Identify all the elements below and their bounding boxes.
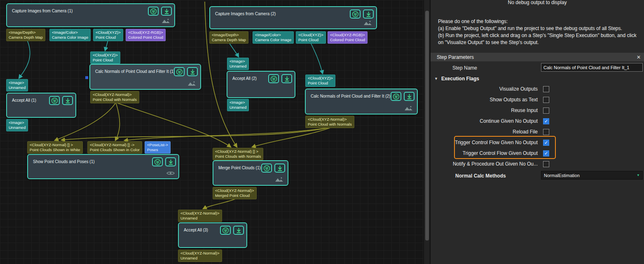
node-merge-point-clouds-1[interactable]: Merge Point Clouds (1) [213,160,288,186]
port[interactable]: <Cloud(XYZ-Normal)>Merged Point Cloud [213,187,257,199]
image-icon [363,20,372,27]
port-label: Camera Depth Map [9,35,43,40]
flag-checkbox[interactable]: ✓ [543,140,549,146]
port[interactable]: <PoseList->Poses [145,141,171,154]
port[interactable]: <Image/Depth>Camera Depth Map [6,29,45,41]
port-type: <Cloud(XYZ)> [308,76,333,81]
port[interactable]: <Cloud(XYZ-Normal)>Unnamed [178,210,222,222]
flag-checkbox[interactable]: ✓ [543,150,549,157]
port[interactable]: <Cloud(XYZ-Normal) [] >Point Clouds Show… [27,141,83,154]
flag-row: Trigger Control Flow Given No Output✓ [431,137,644,148]
node-title: Capture Images from Camera (1) [12,9,150,13]
port-type: <PoseList-> [147,143,168,147]
single-step-execution-button[interactable] [49,96,60,105]
node-show-point-clouds-1[interactable]: Show Point Clouds and Poses (1) [27,154,179,179]
single-step-execution-button[interactable] [152,157,163,166]
single-step-execution-button[interactable] [350,9,361,19]
single-step-execution-button[interactable] [174,67,185,76]
visualize-output-button[interactable] [363,9,374,19]
port[interactable]: <Cloud(XYZ)>Point Cloud [296,31,326,44]
single-step-execution-button[interactable] [220,226,231,235]
debug-instruction-line: (b) Run the project, left click and drag… [438,32,641,39]
edge-connection [105,40,108,51]
port-label: Unnamed [9,125,26,130]
flag-checkbox[interactable] [543,97,549,103]
node-calc-normals-2[interactable]: Calc Normals of Point Cloud and Filter I… [305,89,418,114]
node-camera-1[interactable]: Capture Images from Camera (1) [6,3,175,27]
edge-connection [116,103,231,147]
node-accept-all-1[interactable]: Accept All (1) [6,93,76,118]
flag-checkbox[interactable] [543,107,549,114]
port[interactable]: <Image>Unnamed [6,79,28,91]
vertical-scrollbar[interactable] [424,0,430,264]
port-label: Camera Depth Map [212,37,246,42]
node-accept-all-2[interactable]: Accept All (2) [227,71,295,98]
step-parameters-panel: No debug output to display Please do one… [431,0,644,264]
port[interactable]: <Cloud(XYZ-Normal) [] ->Point Clouds Sho… [87,141,142,154]
flag-row: Notify & Procedure Out Given No Ou... [431,159,644,169]
image-icon [275,176,284,184]
port-type: <Cloud(XYZ-Normal) [] -> [90,143,140,147]
single-step-execution-button[interactable] [268,74,279,83]
port[interactable]: <Cloud(XYZ-Normal)>Unnamed [178,250,222,262]
execution-flags-header[interactable]: ▼ Execution Flags [434,76,479,82]
visualize-output-button[interactable] [187,67,198,76]
visualize-output-button[interactable] [404,92,415,101]
port[interactable]: <Image/Depth>Camera Depth Map [209,31,248,44]
port[interactable]: <Image/Color>Camera Color Image [253,31,294,44]
single-step-execution-button[interactable] [261,164,272,173]
port[interactable]: <Cloud(XYZ)>Point Cloud [305,75,335,87]
port-type: <Cloud(XYZ-Normal) [] > [30,143,80,147]
node-calc-normals-1[interactable]: Calc Normals of Point Cloud and Filter I… [89,64,201,90]
port-label: Unnamed [180,256,220,261]
scrollbar-thumb[interactable] [425,11,429,241]
flag-row: Show Outputs as Text [431,94,644,105]
port-type: <Cloud(XYZ-Normal)> [308,117,352,122]
single-step-execution-button[interactable] [391,92,401,101]
port[interactable]: <Image>Unnamed [6,119,28,131]
normal-calc-methods-dropdown[interactable]: NormalEstimation ▼ [541,171,643,180]
visualize-output-button[interactable] [233,226,244,235]
port[interactable]: <Cloud(XYZ-RGB)>Colored Point Cloud [328,31,368,44]
port[interactable]: <Cloud(XYZ)>Point Cloud [93,29,123,41]
port[interactable]: <Cloud(XYZ-Normal)>Point Cloud with Norm… [90,91,139,103]
image-icon [162,18,171,25]
port[interactable]: <Cloud(XYZ-RGB)>Colored Point Cloud [126,29,166,41]
flag-checkbox[interactable]: ✓ [543,118,549,124]
close-icon[interactable]: ✕ [637,54,641,60]
flag-checkbox[interactable] [543,129,549,135]
node-accept-all-3[interactable]: Accept All (3) [178,222,247,248]
visualize-output-button[interactable] [281,74,292,83]
edge-connection [124,127,332,140]
port-type: <Image> [9,120,26,125]
port[interactable]: <Image/Color>Camera Color Image [49,29,91,41]
flag-row: Trigger Control Flow Given Output✓ [431,148,644,159]
port[interactable]: <Image>Unnamed [227,99,249,111]
port[interactable]: <Image>Unnamed [227,58,249,70]
node-title: Show Point Clouds and Poses (1) [33,159,154,164]
port[interactable]: <Cloud(XYZ-Normal) [] >Point Clouds with… [213,148,263,160]
visualize-output-button[interactable] [161,7,172,16]
flag-checkbox[interactable] [543,86,549,92]
single-step-execution-button[interactable] [148,7,159,16]
node-camera-2[interactable]: Capture Images from Camera (2) [209,6,377,29]
flag-checkbox[interactable] [543,161,549,167]
port-label: Unnamed [229,105,246,110]
flag-label: Visualize Outputs [431,86,538,92]
port[interactable]: <Cloud(XYZ)>Point Cloud [90,51,120,64]
port-type: <Cloud(XYZ-Normal) [] > [215,149,261,154]
node-title: Capture Images from Camera (2) [215,12,351,16]
visualize-output-button[interactable] [62,96,73,105]
flag-label: Reload File [431,129,538,135]
step-name-input[interactable] [541,63,643,72]
port[interactable]: <Cloud(XYZ-Normal)>Point Cloud with Norm… [305,116,354,128]
visualize-output-button[interactable] [274,164,285,173]
node-canvas[interactable]: Capture Images from Camera (1) Capture I… [0,0,424,264]
node-title: Merge Point Clouds (1) [218,166,263,170]
visualize-output-button[interactable] [165,157,176,166]
port-type: <Image> [229,100,246,105]
port-type: <Image> [9,80,26,85]
port-label: Point Cloud [298,37,323,42]
debug-output-message: No debug output to display [431,0,644,5]
port-type: <Cloud(XYZ-RGB)> [128,30,163,35]
